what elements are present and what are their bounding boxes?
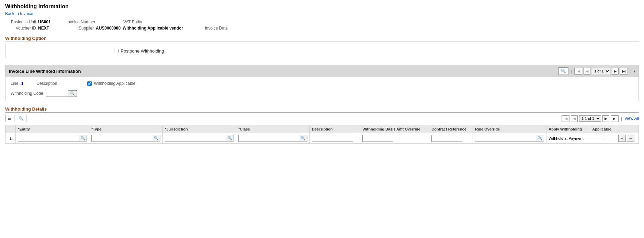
invoice-line-panel-header: Invoice Line Withhold Information 🔍 | |◀… (5, 65, 639, 77)
postpone-withholding-text: Postpone Withholding (121, 48, 164, 54)
invoice-date-label: Invoice Date (197, 26, 228, 31)
invoice-line-last-button[interactable]: ▶| (620, 68, 628, 75)
withholding-code-label: Withholding Code (11, 91, 43, 96)
cell-applicable (590, 133, 616, 144)
withholding-applicable-row: Withholding Applicable (87, 81, 135, 86)
line-field: Line 1 (11, 81, 23, 86)
invoice-line-first-button[interactable]: |◀ (574, 68, 582, 75)
supplier-label: Supplier (63, 26, 94, 31)
cell-type: 🔍 (89, 133, 163, 144)
supplier-field: Supplier AUS0000080 Withholding Applicab… (63, 26, 183, 31)
col-basis-amt: Withholding Basis Amt Override (360, 125, 429, 133)
business-unit-value: US001 (38, 20, 51, 24)
line-label: Line (11, 81, 19, 86)
type-input[interactable] (91, 135, 152, 142)
description-input[interactable] (312, 135, 353, 142)
withholding-code-search-button[interactable]: 🔍 (68, 90, 77, 97)
type-input-group: 🔍 (91, 135, 160, 142)
cell-class: 🔍 (236, 133, 310, 144)
invoice-number-field: Invoice Number (65, 20, 98, 24)
invoice-line-prev-button[interactable]: ◀ (584, 68, 590, 75)
back-to-invoice-link[interactable]: Back to Invoice (5, 11, 33, 16)
jurisdiction-search-button[interactable]: 🔍 (226, 135, 234, 141)
details-toolbar: ☰ 🔍 |◀ ◀ 1-1 of 1 ▶ ▶| | View All (5, 115, 639, 122)
col-row-num (5, 125, 16, 133)
apply-withholding-value: Withhold at Payment (549, 136, 584, 140)
details-page-select[interactable]: 1-1 of 1 (579, 115, 601, 122)
toolbar-left: ☰ 🔍 (5, 115, 26, 122)
class-input-group: 🔍 (238, 135, 307, 142)
details-next-button[interactable]: ▶ (602, 115, 609, 122)
cell-rule-override: 🔍 (473, 133, 546, 144)
entity-search-button[interactable]: 🔍 (79, 135, 87, 141)
view-all-link[interactable]: View All (624, 116, 639, 121)
col-type: *Type (89, 125, 163, 133)
jurisdiction-input[interactable] (165, 135, 226, 142)
rule-override-search-button[interactable]: 🔍 (536, 135, 544, 141)
invoice-line-page-select[interactable]: 1 of 1 (592, 68, 610, 74)
page-title: Withholding Information (5, 3, 639, 10)
supplier-name-value: Withholding Applicable vendor (123, 26, 183, 31)
withholding-option-box: Postpone Withholding (5, 44, 273, 58)
description-label: Description (36, 81, 57, 86)
cell-entity: 🔍 (16, 133, 89, 144)
table-header-row: *Entity *Type *Jurisdiction *Class Descr… (5, 125, 639, 133)
invoice-line-panel: Invoice Line Withhold Information 🔍 | |◀… (5, 65, 639, 101)
line-info: Line 1 Description Withholding Applicabl… (11, 81, 633, 86)
cell-jurisdiction: 🔍 (163, 133, 236, 144)
details-search-button[interactable]: 🔍 (16, 115, 26, 122)
details-prev-button[interactable]: ◀ (571, 115, 578, 122)
details-last-button[interactable]: ▶| (611, 115, 619, 122)
invoice-date-field: Invoice Date (197, 26, 230, 31)
vat-entity-field: VAT Entity (111, 20, 144, 24)
cell-contract-ref (429, 133, 473, 144)
invoice-line-panel-body: Line 1 Description Withholding Applicabl… (5, 77, 639, 101)
col-entity: *Entity (16, 125, 89, 133)
invoice-line-nav-separator: \ (634, 69, 635, 74)
applicable-checkbox[interactable] (601, 136, 605, 140)
col-applicable: Applicable (590, 125, 616, 133)
cell-actions: + − (616, 133, 639, 144)
col-description: Description (310, 125, 360, 133)
withholding-code-input-group: 🔍 (46, 90, 77, 97)
add-row-button[interactable]: + (618, 135, 626, 142)
withholding-option-section-header: Withholding Option (5, 36, 639, 42)
voucher-id-field: Voucher ID NEXT (5, 26, 49, 31)
cell-description (310, 133, 360, 144)
business-unit-label: Business Unit (5, 20, 36, 24)
col-class: *Class (236, 125, 310, 133)
withholding-details-table: *Entity *Type *Jurisdiction *Class Descr… (5, 125, 639, 144)
class-input[interactable] (238, 135, 300, 142)
invoice-line-search-button[interactable]: 🔍 (558, 67, 568, 75)
withholding-details-section: Withholding Details ☰ 🔍 |◀ ◀ 1-1 of 1 ▶ … (5, 106, 639, 144)
rule-override-input-group: 🔍 (475, 135, 544, 142)
withholding-applicable-checkbox[interactable] (87, 81, 92, 86)
postpone-withholding-checkbox[interactable] (114, 49, 118, 53)
withholding-details-section-header: Withholding Details (5, 106, 639, 113)
col-rule-override: Rule Override (473, 125, 546, 133)
header-row-1: Business Unit US001 Invoice Number VAT E… (5, 20, 639, 24)
invoice-number-label: Invoice Number (65, 20, 95, 24)
contract-ref-input[interactable] (431, 135, 462, 142)
row-number: 1 (5, 133, 16, 144)
supplier-id-value: AUS0000080 (96, 26, 121, 31)
postpone-withholding-label[interactable]: Postpone Withholding (114, 48, 164, 54)
add-remove-buttons: + − (618, 135, 636, 142)
basis-amt-input[interactable] (362, 135, 393, 142)
invoice-line-next-button[interactable]: ▶ (612, 68, 619, 75)
rule-override-input[interactable] (475, 135, 536, 142)
col-jurisdiction: *Jurisdiction (163, 125, 236, 133)
invoice-line-nav: 🔍 | |◀ ◀ 1 of 1 ▶ ▶| | \ (558, 67, 635, 75)
toggle-view-button[interactable]: ☰ (5, 115, 14, 122)
withholding-code-input[interactable] (46, 90, 68, 97)
voucher-id-label: Voucher ID (5, 26, 36, 31)
details-first-button[interactable]: |◀ (562, 115, 569, 122)
page-container: Withholding Information Back to Invoice … (0, 0, 644, 147)
entity-input[interactable] (18, 135, 79, 142)
class-search-button[interactable]: 🔍 (300, 135, 307, 141)
col-contract-ref: Contract Reference (429, 125, 473, 133)
remove-row-button[interactable]: − (627, 135, 634, 142)
type-search-button[interactable]: 🔍 (152, 135, 160, 141)
vat-entity-label: VAT Entity (111, 20, 142, 24)
invoice-line-panel-title: Invoice Line Withhold Information (9, 69, 81, 74)
